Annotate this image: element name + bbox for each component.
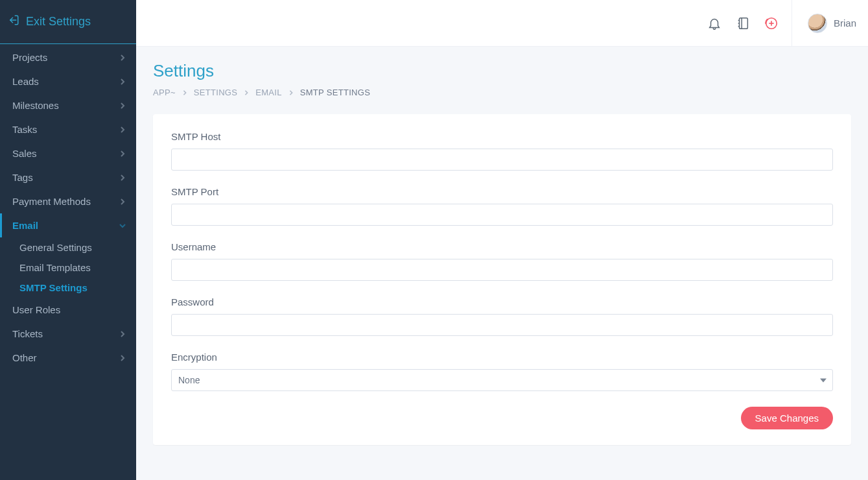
smtp-port-input[interactable] [171,204,833,226]
breadcrumb-item-current: SMTP SETTINGS [300,88,370,97]
encryption-selected-value: None [178,375,200,385]
sidebar-item-label: Email [12,220,38,231]
form-group-smtp-host: SMTP Host [171,131,833,171]
exit-icon [8,14,19,29]
main-area: Brian Settings APP~ SETTINGS EMAIL SMTP … [136,0,868,480]
sidebar-item-label: Other [12,352,37,363]
form-group-password: Password [171,296,833,336]
sidebar-item-projects[interactable]: Projects [0,45,136,69]
sidebar-subitem-label: General Settings [19,242,92,253]
notifications-icon[interactable] [707,16,721,30]
add-icon[interactable] [764,16,779,30]
encryption-select[interactable]: None [171,369,833,391]
exit-settings-label: Exit Settings [26,15,91,29]
chevron-right-icon [182,88,187,97]
sidebar-item-label: Tags [12,172,33,183]
password-label: Password [171,296,833,307]
breadcrumb-item[interactable]: APP~ [153,88,176,97]
smtp-host-label: SMTP Host [171,131,833,142]
form-group-smtp-port: SMTP Port [171,186,833,226]
sidebar-item-label: Tickets [12,328,43,339]
sidebar-subitem-general-settings[interactable]: General Settings [19,237,136,258]
chevron-right-icon [119,52,126,63]
page-title: Settings [153,61,851,81]
breadcrumbs: APP~ SETTINGS EMAIL SMTP SETTINGS [153,88,851,97]
chevron-right-icon [119,172,126,183]
sidebar-item-user-roles[interactable]: User Roles [0,298,136,322]
exit-settings-button[interactable]: Exit Settings [0,0,136,44]
user-name: Brian [834,18,856,29]
sidebar-item-email[interactable]: Email [0,213,136,237]
sidebar-item-label: Payment Methods [12,196,91,207]
sidebar-item-label: Sales [12,148,37,159]
avatar [808,14,827,33]
notebook-icon[interactable] [736,16,750,30]
chevron-right-icon [119,76,126,87]
smtp-port-label: SMTP Port [171,186,833,197]
chevron-right-icon [119,100,126,111]
content: Settings APP~ SETTINGS EMAIL SMTP SETTIN… [136,47,868,463]
form-group-encryption: Encryption None [171,352,833,391]
sidebar: Exit Settings Projects Leads Milestones … [0,0,136,480]
chevron-right-icon [288,88,294,97]
sidebar-item-leads[interactable]: Leads [0,69,136,93]
sidebar-subitem-label: SMTP Settings [19,282,88,293]
sidebar-item-label: Milestones [12,100,59,111]
sidebar-item-label: User Roles [12,304,60,315]
sidebar-subitem-smtp-settings[interactable]: SMTP Settings [19,278,136,298]
sidebar-item-other[interactable]: Other [0,346,136,370]
topbar: Brian [136,0,868,47]
chevron-right-icon [119,196,126,207]
password-input[interactable] [171,314,833,336]
form-group-username: Username [171,241,833,281]
form-actions: Save Changes [171,407,833,429]
chevron-right-icon [119,328,126,339]
sidebar-item-payment-methods[interactable]: Payment Methods [0,189,136,213]
sidebar-item-label: Leads [12,76,39,87]
chevron-right-icon [119,124,126,135]
svg-rect-1 [739,18,747,29]
sidebar-item-tickets[interactable]: Tickets [0,322,136,346]
sidebar-subitem-email-templates[interactable]: Email Templates [19,258,136,278]
chevron-down-icon [119,220,126,231]
username-label: Username [171,241,833,252]
chevron-right-icon [244,88,249,97]
chevron-right-icon [119,148,126,159]
sidebar-item-label: Tasks [12,124,37,135]
breadcrumb-item[interactable]: SETTINGS [194,88,237,97]
encryption-label: Encryption [171,352,833,363]
sidebar-item-tasks[interactable]: Tasks [0,117,136,141]
user-menu[interactable]: Brian [805,14,856,33]
sidebar-subitem-label: Email Templates [19,262,91,273]
sidebar-item-label: Projects [12,52,47,63]
username-input[interactable] [171,259,833,281]
save-button[interactable]: Save Changes [741,407,833,429]
sidebar-item-sales[interactable]: Sales [0,141,136,165]
settings-card: SMTP Host SMTP Port Username Password En [153,114,851,445]
sidebar-item-milestones[interactable]: Milestones [0,93,136,117]
topbar-icons [707,0,792,46]
breadcrumb-item[interactable]: EMAIL [255,88,282,97]
sidebar-subnav-email: General Settings Email Templates SMTP Se… [0,237,136,298]
sidebar-nav: Projects Leads Milestones Tasks Sales Ta… [0,44,136,370]
chevron-right-icon [119,352,126,363]
smtp-host-input[interactable] [171,149,833,171]
sidebar-item-tags[interactable]: Tags [0,165,136,189]
